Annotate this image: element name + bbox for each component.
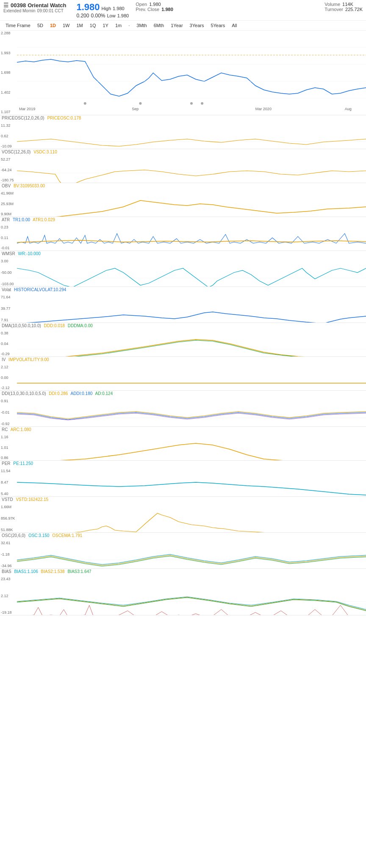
y-label-main-0: 2.288 [1, 31, 11, 35]
y-label-main-1: 1.993 [1, 51, 11, 55]
stock-code: 00398 [11, 2, 26, 8]
priceosc-label: PRICEOSC(12,0,26,0) PRICEOSC:0.178 [0, 115, 366, 121]
time-display: 09:00:01 CCT [37, 8, 64, 13]
ddi-y-labels: 0.91 -0.01 -0.92 [0, 398, 11, 427]
open-label: Open [136, 2, 147, 7]
rc-chart: RC ARC:1.080 1.16 1.01 0.86 [0, 427, 366, 461]
open-val: 1.980 [149, 2, 161, 7]
tf-1min[interactable]: 1m [112, 22, 125, 29]
rc-svg [17, 440, 366, 461]
stock-info: ☰ 00398 Oriental Watch Extended Mornin 0… [3, 2, 66, 13]
main-chart-svg: Mar 2019 Sep Mar 2020 Aug [17, 31, 366, 115]
main-y-labels: 2.288 1.993 1.698 1.402 1.107 [0, 31, 11, 115]
svg-text:Aug: Aug [345, 107, 352, 111]
svg-text:Mar 2020: Mar 2020 [255, 107, 272, 111]
atr-y-labels: 0.23 0.11 -0.01 [0, 225, 11, 251]
obv-y-labels: 41.96M 25.93M 9.90M [0, 191, 14, 217]
y-label-main-2: 1.698 [1, 71, 11, 75]
osc-y-labels: 32.61 -1.18 -34.96 [0, 540, 13, 569]
vstd-y-labels: 1.66M 856.97K 51.88K [0, 504, 16, 533]
tf-3mth[interactable]: 3Mth [133, 22, 150, 29]
bias-svg [17, 582, 366, 615]
volat-chart: Volat HISTORICALVOLAT:10.294 71.64 39.77… [0, 287, 366, 323]
svg-point-4 [201, 102, 203, 105]
wmsr-svg [17, 264, 366, 287]
dma-chart: DMA(10,0,50.0,10.0) DDD:0.018 DDDMA:0.00… [0, 323, 366, 357]
extended-label: Extended Mornin [3, 8, 36, 13]
price-change: 0.200 [76, 13, 89, 19]
low-label: Low [107, 13, 115, 18]
low-val: 1.980 [117, 13, 129, 18]
volat-y-labels: 71.64 39.77 7.91 [0, 295, 11, 323]
volat-svg [17, 300, 366, 323]
wmsr-y-labels: 3.00 -50.00 -103.00 [0, 259, 15, 287]
iv-chart: IV IMPVOLATILITY:9.00 2.12 0.00 -2.12 [0, 357, 366, 391]
stock-name: Oriental Watch [28, 2, 66, 8]
tf-1q[interactable]: 1Q [87, 22, 99, 29]
tf-1year[interactable]: 1Year [168, 22, 186, 29]
svg-point-3 [190, 102, 193, 105]
timeframe-bar: Time Frame 5D 1D 1W 1M 1Q 1Y 1m · 3Mth 6… [0, 21, 366, 31]
tf-all[interactable]: All [229, 22, 240, 29]
rc-y-labels: 1.16 1.01 0.86 [0, 434, 9, 461]
atr-label: ATR TR1:0.00 ATR1:0.029 [0, 217, 366, 223]
volume-label: Volume [324, 2, 340, 7]
main-chart: 2.288 1.993 1.698 1.402 1.107 Mar 2019 S… [0, 31, 366, 115]
obv-svg [17, 196, 366, 217]
prev-close-label: Prev. Close [136, 7, 159, 12]
dma-svg [17, 336, 366, 357]
tf-dot[interactable]: · [125, 22, 133, 29]
dma-label: DMA(10,0,50.0,10.0) DDD:0.018 DDDMA:0.00 [0, 323, 366, 328]
dma-y-labels: 0.38 0.04 -0.29 [0, 331, 11, 357]
iv-label: IV IMPVOLATILITY:9.00 [0, 357, 366, 362]
svg-text:Mar 2019: Mar 2019 [19, 107, 35, 111]
turnover-label: Turnover [324, 7, 343, 12]
tf-1d[interactable]: 1D [47, 22, 59, 29]
tf-5years[interactable]: 5Years [208, 22, 228, 29]
tf-6mth[interactable]: 6Mth [151, 22, 167, 29]
osc-chart: OSC(20,6,0) OSC:3.150 OSCEMA:1.791 32.61… [0, 533, 366, 569]
tf-1y[interactable]: 1Y [100, 22, 111, 29]
tf-timeframe[interactable]: Time Frame [3, 22, 33, 29]
vosc-svg [17, 162, 366, 183]
y-label-main-3: 1.402 [1, 91, 11, 95]
svg-point-2 [139, 102, 141, 105]
iv-svg [17, 370, 366, 391]
wmsr-chart: WMSR WR:-10.000 3.00 -50.00 -103.00 [0, 251, 366, 287]
osc-svg [17, 546, 366, 569]
tf-5d[interactable]: 5D [34, 22, 46, 29]
bias-y-labels: 23.43 2.12 -19.18 [0, 576, 13, 615]
volat-label: Volat HISTORICALVOLAT:10.294 [0, 287, 366, 292]
wmsr-label: WMSR WR:-10.000 [0, 251, 366, 256]
header: ☰ 00398 Oriental Watch Extended Mornin 0… [0, 0, 366, 21]
per-chart: PER PE:11.250 11.54 8.47 5.40 [0, 461, 366, 497]
volume-val: 114K [342, 2, 353, 7]
vstd-chart: VSTD VSTD:162422.15 1.66M 856.97K 51.88K [0, 497, 366, 533]
y-label-main-4: 1.107 [1, 110, 11, 114]
vosc-chart: VOSC(12,26,0) VSDC:3.110 52.27 -64.24 -1… [0, 149, 366, 183]
bias-label: BIAS BIAS1:1.106 BIAS2:1.538 BIAS3:1.647 [0, 569, 366, 574]
atr-svg [17, 230, 366, 251]
obv-chart: OBV BV:31095033.00 41.96M 25.93M 9.90M [0, 183, 366, 217]
obv-label: OBV BV:31095033.00 [0, 183, 366, 189]
priceosc-y-labels: 11.32 0.62 -10.09 [0, 123, 13, 149]
high-label: High [101, 6, 111, 11]
ddi-chart: DDI(13,0,30.0,10.0,5.0) DDI:0.286 ADDI:0… [0, 391, 366, 427]
current-price: 1.980 [76, 2, 100, 13]
menu-icon[interactable]: ☰ [3, 2, 9, 8]
price-change-pct: 0.00% [91, 13, 105, 19]
priceosc-chart: PRICEOSC(12,0,26,0) PRICEOSC:0.178 11.32… [0, 115, 366, 149]
vstd-svg [17, 510, 366, 533]
svg-point-1 [84, 102, 86, 105]
tf-1w[interactable]: 1W [60, 22, 73, 29]
high-val: 1.980 [113, 6, 125, 11]
priceosc-svg [17, 128, 366, 149]
tf-1m[interactable]: 1M [74, 22, 86, 29]
bias-chart: BIAS BIAS1:1.106 BIAS2:1.538 BIAS3:1.647… [0, 569, 366, 615]
svg-text:Sep: Sep [132, 107, 139, 111]
osc-label: OSC(20,6,0) OSC:3.150 OSCEMA:1.791 [0, 533, 366, 538]
per-svg [17, 474, 366, 497]
rc-label: RC ARC:1.080 [0, 427, 366, 432]
tf-3years[interactable]: 3Years [187, 22, 207, 29]
charts-container: 2.288 1.993 1.698 1.402 1.107 Mar 2019 S… [0, 31, 366, 615]
